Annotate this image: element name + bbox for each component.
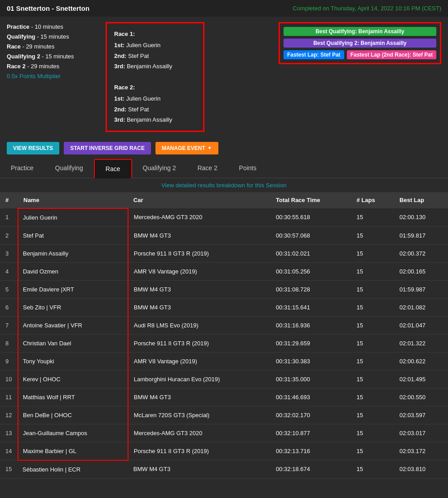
cell-position: 7 [0, 316, 18, 334]
cell-total-time: 00:31:08.728 [271, 280, 351, 298]
cell-laps: 15 [351, 460, 395, 479]
tab-qualifying2[interactable]: Qualifying 2 [132, 159, 187, 178]
view-results-button[interactable]: VIEW RESULTS [7, 142, 59, 154]
cell-total-time: 00:32:18.674 [271, 460, 351, 479]
table-row: 9 Tony Youpki AMR V8 Vantage (2019) 00:3… [0, 352, 448, 370]
cell-name: Sébastien Holin | ECR [18, 460, 128, 479]
event-title: 01 Snetterton - Snetterton [7, 4, 89, 12]
cell-car: Porsche 911 II GT3 R (2019) [128, 442, 271, 460]
table-row: 1 Julien Guerin Mercedes-AMG GT3 2020 00… [0, 208, 448, 227]
fastest-lap-row: Fastest Lap: Stef Pat Fastest Lap (2nd R… [284, 50, 436, 59]
cell-laps: 15 [351, 244, 395, 262]
cell-car: BMW M4 GT3 [128, 298, 271, 316]
race-results-box: Race 1: 1st: Julien Guerin 2nd: Stef Pat… [106, 22, 204, 132]
cell-laps: 15 [351, 370, 395, 388]
cell-car: Porsche 911 II GT3 R (2019) [128, 244, 271, 262]
cell-best-lap: 01:59.817 [394, 226, 448, 244]
cell-position: 5 [0, 280, 18, 298]
start-inverse-grid-button[interactable]: START INVERSE Grid RACE [64, 142, 151, 154]
table-header-row: # Name Car Total Race Time # Laps Best L… [0, 192, 448, 208]
col-position: # [0, 192, 18, 208]
event-info: Practice - 10 minutes Qualifying - 15 mi… [7, 22, 97, 132]
tab-race2[interactable]: Race 2 [186, 159, 228, 178]
cell-name: Matthias Wolf | RRT [18, 388, 128, 406]
qualifying-info: Qualifying - 15 minutes [7, 32, 97, 42]
cell-position: 6 [0, 298, 18, 316]
table-row: 4 David Ozmen AMR V8 Vantage (2019) 00:3… [0, 262, 448, 280]
best-qualifying2-badge: Best Qualifying 2: Benjamin Assailly [284, 39, 436, 48]
action-buttons: VIEW RESULTS START INVERSE Grid RACE MAN… [0, 137, 448, 159]
cell-laps: 15 [351, 316, 395, 334]
col-name: Name [18, 192, 128, 208]
cell-car: Porsche 911 II GT3 R (2019) [128, 334, 271, 352]
table-row: 13 Jean-Guillaume Campos Mercedes-AMG GT… [0, 424, 448, 442]
cell-position: 12 [0, 406, 18, 424]
table-row: 12 Ben DeBe | OHOC McLaren 720S GT3 (Spe… [0, 406, 448, 424]
cell-laps: 15 [351, 280, 395, 298]
qualifying2-info: Qualifying 2 - 15 minutes [7, 52, 97, 62]
cell-name: Seb Zito | VFR [18, 298, 128, 316]
table-row: 8 Christian Van Dael Porsche 911 II GT3 … [0, 334, 448, 352]
cell-car: Audi R8 LMS Evo (2019) [128, 316, 271, 334]
cell-best-lap: 02:03.810 [394, 460, 448, 479]
best-qualifying-badge: Best Qualifying: Benjamin Assailly [284, 27, 436, 36]
fastest-lap2-badge: Fastest Lap (2nd Race): Stef Pat [347, 50, 436, 59]
tab-qualifying[interactable]: Qualifying [44, 159, 94, 178]
table-row: 3 Benjamin Assailly Porsche 911 II GT3 R… [0, 244, 448, 262]
cell-name: Julien Guerin [18, 208, 128, 227]
cell-laps: 15 [351, 352, 395, 370]
cell-position: 13 [0, 424, 18, 442]
cell-laps: 15 [351, 406, 395, 424]
cell-best-lap: 02:01.495 [394, 370, 448, 388]
cell-position: 14 [0, 442, 18, 460]
cell-name: Emile Daviere |XRT [18, 280, 128, 298]
tab-points[interactable]: Points [228, 159, 267, 178]
race1-title: Race 1: [114, 29, 196, 39]
cell-laps: 15 [351, 334, 395, 352]
cell-best-lap: 02:00.372 [394, 244, 448, 262]
table-row: 14 Maxime Barbier | GL Porsche 911 II GT… [0, 442, 448, 460]
tab-practice[interactable]: Practice [0, 159, 44, 178]
table-row: 15 Sébastien Holin | ECR BMW M4 GT3 00:3… [0, 460, 448, 479]
cell-name: Tony Youpki [18, 352, 128, 370]
cell-name: David Ozmen [18, 262, 128, 280]
session-detail-link[interactable]: View detailed results breakdown for this… [0, 178, 448, 192]
cell-car: BMW M4 GT3 [128, 460, 271, 479]
manage-event-button[interactable]: MANAGE EVENT ▼ [155, 142, 218, 154]
cell-total-time: 00:32:10.877 [271, 424, 351, 442]
cell-laps: 15 [351, 424, 395, 442]
cell-best-lap: 02:00.622 [394, 352, 448, 370]
cell-car: Mercedes-AMG GT3 2020 [128, 424, 271, 442]
race1-2nd: 2nd: Stef Pat [114, 51, 196, 61]
cell-laps: 15 [351, 262, 395, 280]
points-multiplier: 0.5x Points Multiplier [7, 71, 97, 81]
cell-laps: 15 [351, 298, 395, 316]
cell-total-time: 00:31:02.021 [271, 244, 351, 262]
practice-info: Practice - 10 minutes [7, 22, 97, 32]
table-row: 10 Kerev | OHOC Lamborghini Huracan Evo … [0, 370, 448, 388]
cell-position: 9 [0, 352, 18, 370]
cell-position: 4 [0, 262, 18, 280]
race2-title: Race 2: [114, 82, 196, 93]
cell-name: Benjamin Assailly [18, 244, 128, 262]
cell-name: Maxime Barbier | GL [18, 442, 128, 460]
page-header: 01 Snetterton - Snetterton Completed on … [0, 0, 448, 17]
cell-total-time: 00:31:29.659 [271, 334, 351, 352]
cell-name: Jean-Guillaume Campos [18, 424, 128, 442]
cell-name: Antoine Savatier | VFR [18, 316, 128, 334]
cell-total-time: 00:31:46.693 [271, 388, 351, 406]
cell-position: 3 [0, 244, 18, 262]
results-table: # Name Car Total Race Time # Laps Best L… [0, 192, 448, 479]
cell-position: 2 [0, 226, 18, 244]
cell-name: Stef Pat [18, 226, 128, 244]
cell-best-lap: 02:01.082 [394, 298, 448, 316]
tab-race[interactable]: Race [94, 159, 132, 178]
race1-3rd: 3rd: Benjamin Assailly [114, 61, 196, 71]
cell-laps: 15 [351, 208, 395, 227]
cell-laps: 15 [351, 226, 395, 244]
cell-car: BMW M4 GT3 [128, 388, 271, 406]
col-laps: # Laps [351, 192, 395, 208]
cell-car: AMR V8 Vantage (2019) [128, 262, 271, 280]
cell-best-lap: 02:00.130 [394, 208, 448, 227]
cell-name: Ben DeBe | OHOC [18, 406, 128, 424]
